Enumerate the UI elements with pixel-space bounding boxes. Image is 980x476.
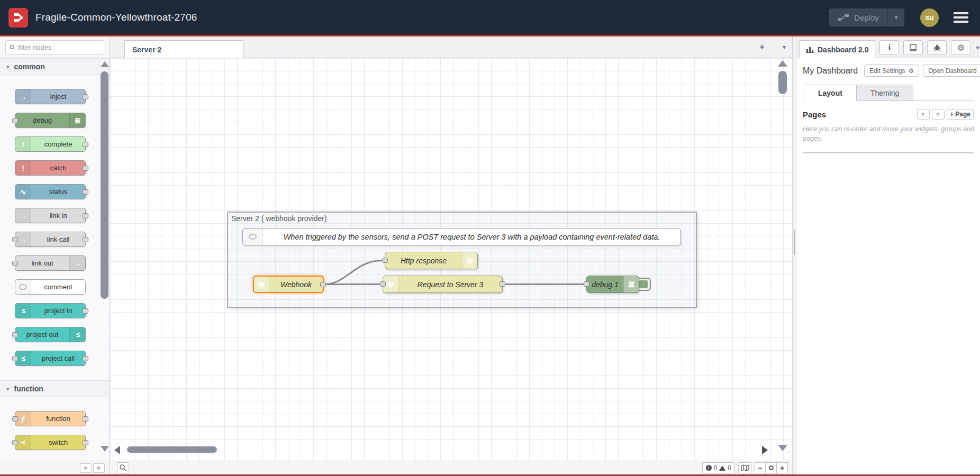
palette-node-catch[interactable]: !catch xyxy=(15,160,86,176)
add-flow-button[interactable]: + xyxy=(755,42,769,53)
node-http-response[interactable]: ⊕ Http response xyxy=(385,252,478,269)
palette-category-header-function[interactable]: ▾function xyxy=(0,380,110,397)
node-output-port[interactable] xyxy=(83,213,88,218)
move-page-down-button[interactable]: » xyxy=(932,109,945,120)
user-avatar[interactable]: su xyxy=(920,8,939,27)
right-sidebar: Dashboard 2.0 i xyxy=(796,36,980,474)
node-output-port[interactable] xyxy=(83,308,88,314)
canvas-scroll-left-arrow[interactable] xyxy=(114,446,120,454)
book-icon xyxy=(910,44,917,51)
arrow-icon: → xyxy=(15,89,31,104)
node-output-port[interactable] xyxy=(83,356,88,361)
palette-category-header-common[interactable]: ▾common xyxy=(0,58,110,75)
node-output-port[interactable] xyxy=(83,142,88,147)
node-input-port[interactable] xyxy=(584,281,589,287)
palette-node-comment[interactable]: comment xyxy=(15,279,86,295)
node-input-port[interactable] xyxy=(12,416,18,422)
info-tab-button[interactable]: i xyxy=(879,40,899,55)
node-output-port[interactable] xyxy=(83,440,88,445)
flow-status-button[interactable]: ! 0 0 xyxy=(702,462,735,473)
palette-node-label: project out xyxy=(15,327,69,342)
canvas-vscrollbar-thumb[interactable] xyxy=(778,71,787,94)
sidebar-tab-list-caret[interactable]: ▾ xyxy=(976,44,979,51)
node-input-port[interactable] xyxy=(12,332,18,337)
palette-node-link-in[interactable]: →link in xyxy=(15,208,86,223)
deploy-button[interactable]: Deploy xyxy=(829,8,887,26)
canvas-scroll-right-arrow[interactable] xyxy=(762,446,768,454)
zoom-out-button[interactable]: − xyxy=(755,462,766,473)
palette-node-project-out[interactable]: ≤project out xyxy=(15,327,86,342)
palette-node-label: debug xyxy=(15,113,69,127)
flow-canvas[interactable]: Server 2 ( webhook provider) When trigge… xyxy=(110,58,792,461)
zoom-in-button[interactable]: + xyxy=(777,462,788,473)
node-request-to-server3[interactable]: ⊕ Request to Server 3 xyxy=(383,276,503,293)
bug-icon xyxy=(933,44,941,51)
palette-footer: « » xyxy=(0,461,110,474)
tab-dashboard-2[interactable]: Dashboard 2.0 xyxy=(799,40,875,58)
node-input-port[interactable] xyxy=(12,440,18,445)
palette-node-label: link in xyxy=(31,208,85,223)
flow-list-caret[interactable]: ▾ xyxy=(783,43,786,51)
node-output-port[interactable] xyxy=(83,166,88,171)
deploy-options-caret[interactable]: ▾ xyxy=(887,8,904,26)
config-tab-button[interactable]: ⚙ xyxy=(951,40,970,55)
tab-theming[interactable]: Theming xyxy=(857,85,913,101)
node-output-port[interactable] xyxy=(83,416,88,422)
palette-node-function[interactable]: ƒfunction xyxy=(15,411,86,426)
palette-collapse-all-button[interactable]: « xyxy=(80,463,92,473)
palette-node-switch[interactable]: Yswitch xyxy=(15,435,86,450)
node-output-port[interactable] xyxy=(320,282,326,287)
move-page-up-button[interactable]: « xyxy=(917,109,930,120)
node-output-port[interactable] xyxy=(500,281,505,287)
comment-node[interactable]: When triggered by the sensors, send a PO… xyxy=(242,228,681,245)
map-icon xyxy=(741,464,749,471)
debug-tab-button[interactable] xyxy=(927,40,947,55)
help-tab-button[interactable] xyxy=(903,40,923,55)
edit-settings-button[interactable]: Edit Settings ⚙ xyxy=(864,65,919,77)
canvas-scroll-down-arrow[interactable] xyxy=(778,445,787,451)
canvas-search-button[interactable] xyxy=(117,462,129,473)
splitter-handle[interactable] xyxy=(794,230,795,255)
node-input-port[interactable] xyxy=(12,356,18,361)
canvas-hscrollbar-thumb[interactable] xyxy=(127,446,217,453)
debug-list-icon: ≣ xyxy=(623,276,639,292)
palette-category-body: →inject≣debug!complete!catch∿status→link… xyxy=(0,75,110,376)
open-dashboard-button[interactable]: Open Dashboard xyxy=(923,65,980,77)
palette-scroll-up-arrow[interactable] xyxy=(101,61,109,67)
zoom-reset-button[interactable] xyxy=(766,462,777,473)
tab-layout[interactable]: Layout xyxy=(804,85,857,101)
canvas-scroll-up-arrow[interactable] xyxy=(778,60,787,67)
palette-node-debug[interactable]: ≣debug xyxy=(15,113,86,128)
palette-node-status[interactable]: ∿status xyxy=(15,184,86,199)
palette-node-inject[interactable]: →inject xyxy=(15,89,86,104)
flow-group-title: Server 2 ( webhook provider) xyxy=(231,214,327,223)
palette-node-project-in[interactable]: ≤project in xyxy=(15,303,86,318)
palette-scroll-down-arrow[interactable] xyxy=(101,446,109,452)
node-input-port[interactable] xyxy=(12,118,18,123)
add-page-button[interactable]: + Page xyxy=(947,109,974,120)
node-output-port[interactable] xyxy=(83,94,88,99)
pages-title: Pages xyxy=(803,110,826,119)
palette-filter-box xyxy=(5,40,104,54)
navigator-button[interactable] xyxy=(738,462,751,473)
node-webhook[interactable]: ⊕ Webhook xyxy=(253,276,324,293)
flow-tab-server2[interactable]: Server 2 xyxy=(124,40,243,58)
main-menu-button[interactable] xyxy=(954,12,968,23)
header: Fragile-Common-Yellowthroat-2706 Deploy … xyxy=(0,0,980,35)
search-icon xyxy=(10,44,15,50)
palette-filter-input[interactable] xyxy=(18,43,100,51)
node-input-port[interactable] xyxy=(380,281,386,287)
node-output-port[interactable] xyxy=(83,237,88,242)
sidebar-splitter[interactable] xyxy=(792,36,796,474)
node-debug1[interactable]: ≣ debug 1 xyxy=(586,276,639,293)
palette-node-project-call[interactable]: ≤project call xyxy=(15,351,86,366)
palette-node-link-call[interactable]: →link call xyxy=(15,232,86,247)
palette-expand-all-button[interactable]: » xyxy=(93,463,105,473)
node-input-port[interactable] xyxy=(12,237,18,242)
palette-node-complete[interactable]: !complete xyxy=(15,136,86,152)
node-input-port[interactable] xyxy=(12,261,18,266)
palette-scrollbar-thumb[interactable] xyxy=(101,71,108,299)
node-output-port[interactable] xyxy=(83,189,88,195)
node-input-port[interactable] xyxy=(382,258,388,263)
palette-node-link-out[interactable]: →link out xyxy=(15,255,86,271)
